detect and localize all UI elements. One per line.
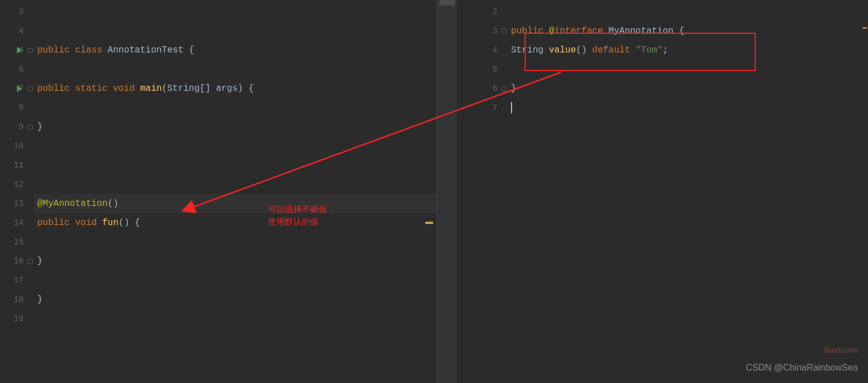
brace: } <box>37 294 43 305</box>
line-number: 5 <box>492 65 497 74</box>
code-line[interactable]: } <box>34 290 437 309</box>
gutter-line[interactable]: 17 <box>0 271 34 290</box>
line-number: 9 <box>19 122 24 132</box>
line-number: 6 <box>492 84 497 94</box>
paren: () <box>576 45 587 55</box>
line-number: 13 <box>14 199 24 209</box>
gutter-right[interactable]: 2 3 4 5 6 7 <box>457 0 508 383</box>
gutter-line[interactable]: 18 <box>0 290 34 309</box>
annotation-line: 可以选择不赋值， <box>268 203 336 215</box>
keyword-public: public <box>511 26 544 36</box>
code-line[interactable] <box>34 98 437 117</box>
editor-pane-right: 2 3 4 5 6 7 public @interface MyAnnotati… <box>457 0 868 383</box>
line-number: 4 <box>19 27 24 36</box>
brace: { <box>183 45 194 55</box>
editor-pane-left: 3 4 5 6 7 8 9 10 11 12 13 14 15 16 17 18… <box>0 0 437 383</box>
code-line[interactable] <box>34 175 437 194</box>
brace: } <box>37 122 43 132</box>
gutter-line[interactable]: 9 <box>0 117 34 137</box>
code-line[interactable]: public static void main(String[] args) { <box>34 79 437 98</box>
code-line-current[interactable]: @MyAnnotation() <box>34 194 437 213</box>
code-line[interactable] <box>34 137 437 156</box>
gutter-line[interactable]: 4 <box>0 21 34 41</box>
code-line[interactable]: } <box>34 117 437 137</box>
gutter-line[interactable]: 6 <box>457 79 508 98</box>
line-number: 2 <box>492 7 497 17</box>
annotation-line: 使用默认的值 <box>268 215 336 228</box>
code-line[interactable] <box>508 98 868 117</box>
code-line[interactable]: } <box>508 79 868 98</box>
fold-icon[interactable] <box>28 259 33 264</box>
keyword-void: void <box>113 83 134 94</box>
watermark-csdn: CSDN @ChinaRainbowSea <box>746 363 858 373</box>
annotation-at: @ <box>549 26 554 36</box>
code-line[interactable] <box>34 2 437 21</box>
fold-icon[interactable] <box>501 86 506 91</box>
gutter-left[interactable]: 3 4 5 6 7 8 9 10 11 12 13 14 15 16 17 18… <box>0 0 34 383</box>
run-icon[interactable] <box>17 47 22 54</box>
code-line[interactable]: public void fun() { <box>34 213 437 232</box>
keyword-interface: interface <box>554 26 603 36</box>
code-line[interactable] <box>34 60 437 79</box>
gutter-line[interactable]: 14 <box>0 213 34 232</box>
line-number: 6 <box>19 65 24 74</box>
line-number: 17 <box>14 276 24 285</box>
gutter-line[interactable]: 15 <box>0 232 34 252</box>
keyword-class: class <box>75 45 102 55</box>
line-number: 7 <box>492 103 497 113</box>
text-caret <box>511 102 512 113</box>
code-line[interactable] <box>34 232 437 252</box>
line-number: 10 <box>14 142 24 151</box>
gutter-line[interactable]: 7 <box>457 98 508 117</box>
keyword-static: static <box>75 83 108 94</box>
line-number: 18 <box>14 295 24 305</box>
line-number: 19 <box>14 314 24 324</box>
keyword-public: public <box>37 83 70 94</box>
code-area-right[interactable]: public @interface MyAnnotation { String … <box>508 0 868 383</box>
gutter-line[interactable]: 3 <box>457 21 508 41</box>
watermark-yuucn: Yuucn.com <box>823 346 858 355</box>
code-line[interactable]: } <box>34 252 437 271</box>
editor-split: 3 4 5 6 7 8 9 10 11 12 13 14 15 16 17 18… <box>0 0 868 383</box>
type-string: String <box>511 45 544 55</box>
code-line[interactable]: public class AnnotationTest { <box>34 41 437 60</box>
fold-icon[interactable] <box>28 125 33 130</box>
code-line[interactable] <box>34 309 437 328</box>
interface-name: MyAnnotation <box>609 26 673 36</box>
gutter-line[interactable]: 10 <box>0 137 34 156</box>
code-line[interactable]: public @interface MyAnnotation { <box>508 21 868 41</box>
gutter-line[interactable]: 12 <box>0 175 34 194</box>
minimap[interactable] <box>438 0 457 383</box>
gutter-line[interactable]: 4 <box>457 41 508 60</box>
gutter-line[interactable]: 13 <box>0 194 34 213</box>
gutter-line[interactable]: 11 <box>0 156 34 175</box>
fold-icon[interactable] <box>28 48 33 53</box>
run-icon[interactable] <box>17 85 22 92</box>
gutter-line[interactable]: 2 <box>457 2 508 21</box>
code-line[interactable] <box>508 2 868 21</box>
gutter-line[interactable]: 6 <box>0 60 34 79</box>
fold-icon[interactable] <box>28 86 33 91</box>
gutter-line[interactable]: 5 <box>0 41 34 60</box>
code-line[interactable]: String value() default "Tom"; <box>508 41 868 60</box>
gutter-line[interactable]: 5 <box>457 60 508 79</box>
gutter-line[interactable]: 7 <box>0 79 34 98</box>
code-line[interactable] <box>34 21 437 41</box>
gutter-line[interactable]: 8 <box>0 98 34 117</box>
minimap-thumb <box>439 0 455 6</box>
gutter-line[interactable]: 16 <box>0 252 34 271</box>
paren: () <box>108 199 118 209</box>
editor-scrollbar[interactable] <box>861 0 868 383</box>
code-area-left[interactable]: public class AnnotationTest { public sta… <box>34 0 437 383</box>
code-line[interactable] <box>34 156 437 175</box>
code-line[interactable] <box>34 271 437 290</box>
line-number: 3 <box>492 27 497 36</box>
line-number: 3 <box>19 7 24 17</box>
line-number: 14 <box>14 218 24 228</box>
code-line[interactable] <box>508 60 868 79</box>
gutter-line[interactable]: 19 <box>0 309 34 328</box>
method-fun: fun <box>102 218 118 228</box>
gutter-line[interactable]: 3 <box>0 2 34 21</box>
annotation-text: 可以选择不赋值， 使用默认的值 <box>268 203 336 228</box>
fold-icon[interactable] <box>501 29 506 34</box>
